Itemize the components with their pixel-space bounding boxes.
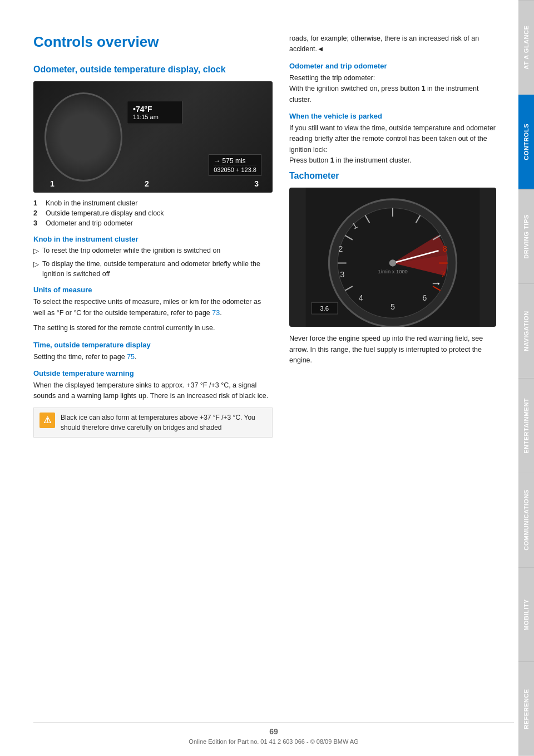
numbered-list: 1 Knob in the instrument cluster 2 Outsi… — [33, 199, 273, 227]
warning-section: Outside temperature warning When the dis… — [33, 369, 273, 438]
time-section: Time, outside temperature display Settin… — [33, 341, 273, 362]
odometer-trip-section: Odometer and trip odometer Resetting the… — [289, 62, 496, 105]
list-item-3: 3 Odometer and trip odometer — [33, 219, 273, 227]
time-text: Setting the time, refer to page 75. — [33, 352, 273, 362]
label-1: 1 — [50, 179, 55, 188]
item-text-3: Odometer and trip odometer — [46, 219, 133, 227]
time-heading: Time, outside temperature display — [33, 341, 273, 349]
odo-trip-heading: Odometer and trip odometer — [289, 62, 496, 70]
center-display: •74°F 11:15 am — [127, 101, 182, 124]
warning-box-text: Black ice can also form at temperatures … — [61, 413, 266, 433]
parked-section: When the vehicle is parked If you still … — [289, 112, 496, 166]
odometer-section-heading: Odometer, outside temperature display, c… — [33, 64, 273, 76]
right-column: roads, for example; otherwise, there is … — [289, 33, 496, 723]
page-73-link[interactable]: 73 — [212, 309, 220, 317]
units-text-2: The setting is stored for the remote con… — [33, 323, 273, 333]
tachometer-heading: Tachometer — [289, 170, 496, 182]
sidebar-tab-entertainment[interactable]: Entertainment — [518, 378, 534, 473]
page-number: 69 — [33, 727, 514, 736]
knob-item-2: To display the time, outside temperature… — [33, 259, 273, 279]
list-item-2: 2 Outside temperature display and clock — [33, 209, 273, 217]
sidebar-tab-controls[interactable]: Controls — [518, 95, 534, 189]
warning-box: ⚠ Black ice can also form at temperature… — [33, 408, 273, 438]
page-75-link[interactable]: 75 — [127, 353, 135, 361]
tachometer-section: Tachometer — [289, 170, 496, 366]
list-item-1: 1 Knob in the instrument cluster — [33, 199, 273, 207]
sidebar-tab-driving-tips[interactable]: Driving tips — [518, 189, 534, 284]
left-gauge — [44, 92, 122, 181]
footer-text: Online Edition for Part no. 01 41 2 603 … — [33, 738, 514, 745]
tachometer-caption: Never force the engine speed up into the… — [289, 333, 496, 366]
instrument-cluster-image: •74°F 11:15 am → 575 mis 032050 + 123.8 … — [33, 81, 273, 193]
svg-text:3.6: 3.6 — [320, 305, 329, 312]
item-num-2: 2 — [33, 209, 41, 217]
label-3: 3 — [254, 179, 259, 188]
svg-text:5: 5 — [390, 302, 395, 311]
svg-point-22 — [389, 259, 397, 267]
button-1-ref: 1 — [422, 85, 426, 92]
continued-text: roads, for example; otherwise, there is … — [289, 33, 496, 55]
sidebar: At a glance Controls Driving tips Naviga… — [518, 0, 534, 756]
svg-text:4: 4 — [359, 293, 363, 302]
item-text-1: Knob in the instrument cluster — [46, 199, 137, 207]
main-content: Controls overview Odometer, outside temp… — [0, 0, 518, 756]
knob-list: To reset the trip odometer while the ign… — [33, 246, 273, 279]
odometer-display: → 575 mis 032050 + 123.8 — [209, 154, 261, 176]
warning-icon: ⚠ — [39, 413, 55, 428]
label-2: 2 — [145, 179, 149, 188]
warning-text: When the displayed temperature sinks to … — [33, 380, 273, 402]
units-text-1: To select the respective units of measur… — [33, 297, 273, 318]
warning-heading: Outside temperature warning — [33, 369, 273, 377]
time-display: 11:15 am — [133, 114, 176, 120]
sidebar-tab-at-a-glance[interactable]: At a glance — [518, 0, 534, 95]
svg-text:→: → — [431, 277, 442, 289]
instrument-inner: •74°F 11:15 am → 575 mis 032050 + 123.8 … — [33, 81, 273, 193]
svg-text:6: 6 — [422, 293, 427, 302]
tachometer-image: 1 2 3 4 5 6 7 8 1/min x 1000 — [289, 188, 496, 327]
knob-item-1: To reset the trip odometer while the ign… — [33, 246, 273, 257]
sidebar-tab-communications[interactable]: Communications — [518, 473, 534, 567]
parked-text: If you still want to view the time, outs… — [289, 123, 496, 166]
sidebar-tab-reference[interactable]: Reference — [518, 661, 534, 756]
knob-section: Knob in the instrument cluster To reset … — [33, 235, 273, 279]
item-text-2: Outside temperature display and clock — [46, 209, 164, 217]
svg-text:1/min x 1000: 1/min x 1000 — [378, 269, 408, 274]
left-column: Controls overview Odometer, outside temp… — [33, 33, 273, 723]
item-num-3: 3 — [33, 219, 41, 227]
page-title: Controls overview — [33, 33, 273, 51]
tachometer-svg: 1 2 3 4 5 6 7 8 1/min x 1000 — [289, 188, 496, 327]
page-footer: 69 Online Edition for Part no. 01 41 2 6… — [33, 722, 514, 745]
odo-trip-text: Resetting the trip odometer: With the ig… — [289, 73, 496, 105]
svg-text:8: 8 — [443, 244, 447, 253]
button-1-ref-2: 1 — [330, 156, 334, 164]
parked-heading: When the vehicle is parked — [289, 112, 496, 120]
knob-heading: Knob in the instrument cluster — [33, 235, 273, 243]
units-heading: Units of measure — [33, 286, 273, 294]
item-num-1: 1 — [33, 199, 41, 207]
temp-display: •74°F — [133, 105, 176, 114]
units-section: Units of measure To select the respectiv… — [33, 286, 273, 333]
sidebar-tab-mobility[interactable]: Mobility — [518, 567, 534, 662]
sidebar-tab-navigation[interactable]: Navigation — [518, 283, 534, 378]
svg-text:2: 2 — [338, 244, 343, 253]
svg-text:3: 3 — [340, 271, 344, 279]
